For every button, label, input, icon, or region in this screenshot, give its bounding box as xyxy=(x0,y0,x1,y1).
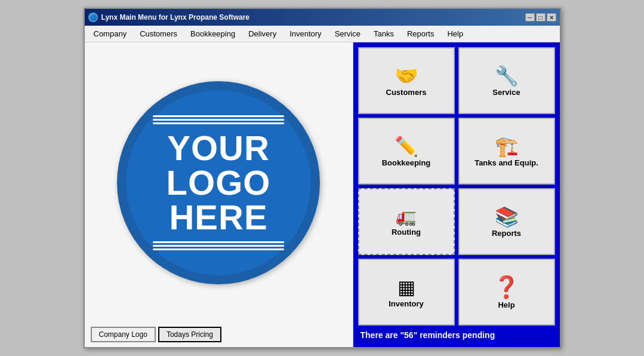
menu-item-help[interactable]: Help xyxy=(440,27,470,41)
title-bar: 🔵 Lynx Main Menu for Lynx Propane Softwa… xyxy=(85,9,560,26)
logo-lines-bottom xyxy=(153,240,284,252)
right-panel: 🤝 Customers 🔧 Service ✏️ Bookkeeping 🏗️ … xyxy=(353,42,560,347)
title-bar-controls: ─ □ ✕ xyxy=(525,13,556,22)
menu-item-delivery[interactable]: Delivery xyxy=(242,27,283,41)
service-button[interactable]: 🔧 Service xyxy=(458,47,555,114)
service-icon: 🔧 xyxy=(495,66,519,85)
menu-item-inventory[interactable]: Inventory xyxy=(283,27,328,41)
logo-text-your: YOUR xyxy=(167,131,270,165)
logo-line-1 xyxy=(153,115,284,117)
inventory-button[interactable]: ▦ Inventory xyxy=(358,259,455,326)
logo-text-here: HERE xyxy=(169,200,267,235)
logo-inner-circle: YOUR LOGO HERE xyxy=(126,90,311,275)
inventory-icon: ▦ xyxy=(398,278,415,297)
todays-pricing-button[interactable]: Todays Pricing xyxy=(158,327,221,342)
logo-line-5 xyxy=(153,245,284,247)
bottom-buttons: Company Logo Todays Pricing xyxy=(85,327,353,342)
tanks-button[interactable]: 🏗️ Tanks and Equip. xyxy=(458,118,555,185)
routing-button[interactable]: 🚛 Routing xyxy=(358,188,455,255)
reminder-bar: There are "56" reminders pending xyxy=(358,326,555,342)
reports-icon: 📚 xyxy=(495,207,519,226)
bookkeeping-button[interactable]: ✏️ Bookkeeping xyxy=(358,118,455,185)
reminder-text: There are "56" reminders pending xyxy=(360,330,495,340)
logo-line-3 xyxy=(153,122,284,124)
menu-bar: CompanyCustomersBookkeepingDeliveryInven… xyxy=(85,26,560,42)
left-panel: YOUR LOGO HERE Company Logo Todays Prici… xyxy=(85,42,353,347)
routing-icon: 🚛 xyxy=(396,208,417,225)
menu-item-customers[interactable]: Customers xyxy=(133,27,184,41)
main-content: YOUR LOGO HERE Company Logo Todays Prici… xyxy=(85,42,560,347)
minimize-button[interactable]: ─ xyxy=(525,13,535,22)
logo-line-2 xyxy=(153,119,284,121)
menu-item-bookkeeping[interactable]: Bookkeeping xyxy=(184,27,242,41)
help-button[interactable]: ❓ Help xyxy=(458,259,555,326)
reports-label: Reports xyxy=(492,229,521,238)
company-logo-button[interactable]: Company Logo xyxy=(91,327,156,342)
bookkeeping-label: Bookkeeping xyxy=(382,158,431,167)
tanks-label: Tanks and Equip. xyxy=(474,158,538,167)
help-icon: ❓ xyxy=(493,277,520,298)
maximize-button[interactable]: □ xyxy=(536,13,546,22)
reports-button[interactable]: 📚 Reports xyxy=(458,188,555,255)
logo-text-logo: LOGO xyxy=(167,165,271,200)
window-title: Lynx Main Menu for Lynx Propane Software xyxy=(101,13,249,22)
customers-icon: 🤝 xyxy=(395,66,418,85)
title-bar-left: 🔵 Lynx Main Menu for Lynx Propane Softwa… xyxy=(88,13,249,22)
logo-line-4 xyxy=(153,241,284,243)
grid-buttons: 🤝 Customers 🔧 Service ✏️ Bookkeeping 🏗️ … xyxy=(358,47,555,326)
menu-item-service[interactable]: Service xyxy=(328,27,367,41)
menu-item-company[interactable]: Company xyxy=(87,27,134,41)
logo-line-6 xyxy=(153,248,284,250)
service-label: Service xyxy=(492,88,520,97)
bookkeeping-icon: ✏️ xyxy=(395,137,418,156)
main-window: 🔵 Lynx Main Menu for Lynx Propane Softwa… xyxy=(84,8,561,348)
customers-button[interactable]: 🤝 Customers xyxy=(358,47,455,114)
logo-lines-top xyxy=(153,113,284,126)
customers-label: Customers xyxy=(386,88,427,97)
inventory-label: Inventory xyxy=(389,299,424,308)
app-icon: 🔵 xyxy=(88,13,98,22)
routing-label: Routing xyxy=(392,228,421,237)
close-button[interactable]: ✕ xyxy=(547,13,556,22)
help-label: Help xyxy=(498,300,514,309)
tanks-icon: 🏗️ xyxy=(495,137,519,156)
menu-item-tanks[interactable]: Tanks xyxy=(367,27,400,41)
menu-item-reports[interactable]: Reports xyxy=(400,27,441,41)
logo-outer-circle: YOUR LOGO HERE xyxy=(117,81,320,284)
